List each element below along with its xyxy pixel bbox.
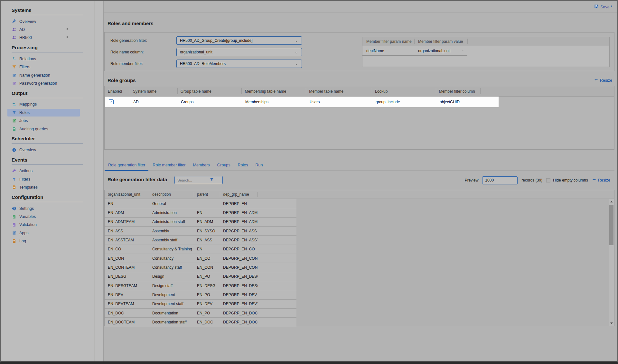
dropdown-2[interactable]: HR500_AD_RoleMembers [176, 60, 302, 68]
sidebar-item-roles[interactable]: Roles [1, 108, 84, 117]
sidebar-item-jobs[interactable]: Jobs [1, 117, 84, 125]
tab-roles[interactable]: Roles [235, 161, 251, 170]
filter-data-row[interactable]: EN_DESGTEAMDesign staffEN_DESGDEPGRP_EN_… [105, 281, 296, 290]
filter-data-row[interactable]: EN_ADMTEAMAdministration staffEN_ADMDEPG… [105, 218, 296, 227]
enabled-checkbox[interactable] [109, 99, 114, 104]
sidebar-item-relations[interactable]: Relations [1, 55, 84, 63]
filter-data-title: Role generation filter data [108, 177, 167, 182]
filter-data-cell: DEPGRP_EN_DOCTEAM [220, 320, 258, 324]
filter-data-row[interactable]: EN_CONTEAMConsultancy staffEN_CONDEPGRP_… [105, 263, 296, 272]
tab-role-generation-filter[interactable]: Role generation filter [105, 161, 148, 170]
sidebar-section-title: Scheduler [12, 136, 83, 141]
sidebar-item-validation[interactable]: Validation [1, 221, 84, 229]
filter-data-cell: DEPGRP_EN_DESG [220, 274, 258, 279]
resize-label: Resize [600, 78, 612, 83]
filter-data-row[interactable]: EN_CONConsultancyEN_CODEPGRP_EN_CON [105, 254, 296, 263]
sidebar-splitter[interactable] [95, 1, 104, 361]
filter-data-row[interactable]: EN_DEVTEAMDevelopment staffEN_DEVDEPGRP_… [105, 300, 296, 309]
search-input[interactable] [177, 178, 210, 182]
records-label: records (39) [521, 178, 542, 182]
sidebar-item-label: AD [19, 27, 25, 32]
filter-data-row[interactable]: EN_ASSAssemblyEN_SYSODEPGRP_EN_ASS [105, 227, 296, 236]
filter-data-row[interactable]: EN_DEVDevelopmentEN_PODEPGRP_EN_DEV [105, 290, 296, 299]
filter-data-cell: EN_CON [194, 265, 220, 270]
role-groups-row[interactable]: ADGroupsMembershipsUsersgroup_includeobj… [105, 97, 499, 107]
sidebar-item-actions[interactable]: Actions [1, 167, 84, 175]
filter-data-row[interactable]: ENGeneralDEPGRP_EN [105, 199, 296, 208]
tab-groups[interactable]: Groups [214, 161, 234, 170]
vertical-scrollbar[interactable] [609, 199, 614, 326]
filter-data-row[interactable]: EN_COConsultancy & TrainingENDEPGRP_EN_C… [105, 245, 296, 254]
scroll-down-button[interactable] [609, 321, 614, 326]
filter-data-cell: Consultancy staff [149, 265, 194, 270]
filter-data-cell: Documentation staff [149, 320, 194, 324]
filter-data-row[interactable]: EN_DESGDesignEN_PODEPGRP_EN_DESG [105, 272, 296, 281]
sidebar-item-templates[interactable]: Templates [1, 183, 84, 191]
param-value-dropdown[interactable]: organizational_unit [414, 46, 467, 56]
chevron-right-icon[interactable] [65, 27, 70, 33]
scrollbar-thumb[interactable] [609, 205, 613, 245]
role-groups-resize-button[interactable]: Resize [594, 78, 612, 83]
sidebar-item-variables[interactable]: Variables [1, 212, 84, 220]
section-divider [12, 202, 83, 202]
sidebar-item-name-generation[interactable]: Name generation [1, 71, 84, 79]
sidebar-section-scheduler: SchedulerOverview [1, 136, 94, 154]
sidebar-item-apps[interactable]: Apps [1, 229, 84, 237]
filter-data-cell: EN_ADM [105, 210, 149, 215]
filter-data-row[interactable]: EN_DOCTEAMDocumentation staffEN_DOCDEPGR… [105, 318, 296, 327]
param-table-row[interactable]: deptName organizational_unit [362, 46, 609, 56]
sidebar-item-overview[interactable]: Overview [1, 17, 84, 25]
funnel-icon [12, 177, 16, 182]
sidebar-item-auditing-queries[interactable]: Auditing queries [1, 125, 84, 133]
search-box[interactable] [174, 176, 223, 184]
filter-data-cell: Consultancy & Training [149, 247, 194, 251]
filter-data-cell: EN_ASS [194, 238, 220, 242]
filter-data-header[interactable]: parent [194, 190, 220, 199]
search-filter-icon[interactable] [210, 177, 214, 183]
filter-data-header[interactable]: organizational_unit [105, 190, 149, 199]
filter-data-row[interactable]: EN_ADMAdministrationENDEPGRP_EN_ADM [105, 208, 296, 217]
chevron-right-icon[interactable] [65, 35, 70, 41]
sidebar-item-settings[interactable]: Settings [1, 204, 84, 212]
sidebar-item-overview[interactable]: Overview [1, 146, 84, 154]
filter-data-cell: Administration staff [149, 219, 194, 224]
preview-count-input[interactable] [482, 176, 518, 184]
filter-data-cell: EN_DOC [194, 320, 220, 324]
doc-icon [12, 222, 16, 227]
sidebar-item-filters[interactable]: Filters [1, 63, 84, 71]
scroll-up-button[interactable] [609, 199, 614, 204]
filter-data-resize-button[interactable]: Resize [592, 178, 610, 182]
filter-data-cell: EN_ASSTEAM [105, 238, 149, 242]
role-groups-header: Member table name [306, 86, 372, 96]
filter-data-cell: DEPGRP_EN_DEVTEAM [220, 302, 258, 306]
users-icon [12, 35, 16, 40]
tab-run[interactable]: Run [252, 161, 266, 170]
filter-data-cell: DEPGRP_EN_DEV [220, 293, 258, 297]
filter-data-header[interactable] [258, 190, 296, 199]
preview-label: Preview [465, 178, 479, 182]
sidebar-item-hr500[interactable]: HR500 [1, 34, 84, 42]
arrows-icon [12, 56, 16, 61]
hide-empty-columns-checkbox[interactable] [546, 178, 550, 182]
filter-data-row[interactable]: EN_ASSTEAMAssembly staffEN_ASSDEPGRP_EN_… [105, 236, 296, 245]
toolbar: Save * [104, 1, 617, 13]
filter-data-header[interactable]: description [149, 190, 194, 199]
dropdown-1[interactable]: organizational_unit [176, 48, 302, 56]
filter-data-header[interactable]: dep_grp_name [220, 190, 258, 199]
filter-data-cell: DEPGRP_EN_ASS [220, 229, 258, 233]
filter-data-cell: DEPGRP_EN_DOC [220, 311, 258, 315]
sidebar-item-mappings[interactable]: Mappings [1, 100, 84, 108]
sidebar-item-ad[interactable]: AD [1, 25, 84, 33]
filter-data-cell: EN_DEVTEAM [105, 302, 149, 306]
chevron-down-icon [462, 49, 465, 53]
sidebar-item-log[interactable]: Log [1, 237, 84, 245]
dropdown-0[interactable]: HR500_AD_Group_Create[group_include] [176, 36, 302, 45]
sidebar-item-password-generation[interactable]: Password generation [1, 79, 84, 87]
tab-members[interactable]: Members [190, 161, 213, 170]
sidebar-item-filters[interactable]: Filters [1, 175, 84, 183]
filter-data-row[interactable]: EN_DOCDocumentationEN_PODEPGRP_EN_DOC [105, 309, 296, 318]
tab-role-member-filter[interactable]: Role member filter [149, 161, 189, 170]
save-button[interactable]: Save * [594, 4, 612, 10]
filter-data-cell: EN_ADMTEAM [105, 219, 149, 224]
filter-data-cell: EN_CONTEAM [105, 265, 149, 270]
